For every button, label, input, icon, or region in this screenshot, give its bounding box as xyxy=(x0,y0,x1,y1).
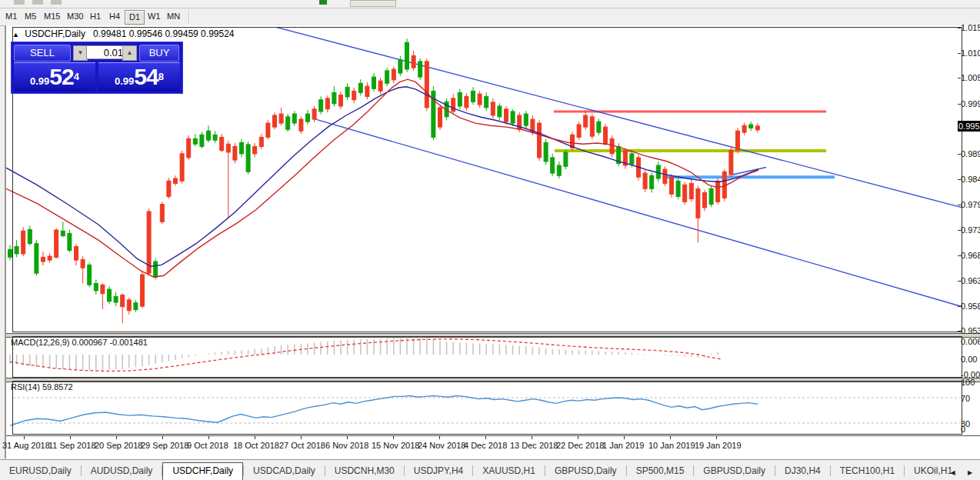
candle xyxy=(676,178,680,199)
candle xyxy=(358,79,362,95)
candle xyxy=(213,131,217,143)
timeframe-button-mn[interactable]: MN xyxy=(163,10,184,23)
tab-tech100-h1[interactable]: TECH100,H1 xyxy=(831,463,904,478)
tab-usdchf-daily[interactable]: USDCHF,Daily xyxy=(162,462,243,480)
timeframe-button-m30[interactable]: M30 xyxy=(63,10,87,23)
channel-top[interactable] xyxy=(272,27,962,208)
date-label: 4 Dec 2018 xyxy=(464,441,507,450)
timeframe-button-h1[interactable]: H1 xyxy=(86,10,105,23)
candle xyxy=(604,124,608,145)
candle xyxy=(180,151,184,183)
candle xyxy=(200,132,204,148)
tab-scroll-right-icon[interactable]: ▶ xyxy=(963,467,977,479)
candle xyxy=(564,149,568,169)
candle xyxy=(253,143,257,157)
candle xyxy=(385,68,389,86)
price-tick-label: 0.98950 xyxy=(961,149,980,158)
tab-gbpusd-daily[interactable]: GBPUSD,Daily xyxy=(545,463,626,478)
macd-panel-canvas[interactable] xyxy=(6,336,980,378)
candle xyxy=(544,139,548,165)
candle xyxy=(438,105,442,130)
candle xyxy=(108,286,112,304)
tab-sp500-m15[interactable]: SP500,M15 xyxy=(627,463,694,478)
price-tick-label: 0.98425 xyxy=(961,175,980,184)
buy-button[interactable]: BUY xyxy=(139,45,179,62)
candle xyxy=(193,134,197,146)
candle xyxy=(742,122,746,135)
candle xyxy=(597,118,601,135)
timeframe-button-m1[interactable]: M1 xyxy=(2,10,21,23)
date-tick xyxy=(70,436,71,439)
toolbar-box-fragment xyxy=(350,0,396,7)
candle xyxy=(226,141,230,218)
tab-xauusd-h1[interactable]: XAUUSD,H1 xyxy=(473,463,545,478)
tab-audusd-daily[interactable]: AUDUSD,Daily xyxy=(82,463,162,478)
tab-usdcad-daily[interactable]: USDCAD,Daily xyxy=(244,463,325,478)
rsi-panel-canvas[interactable] xyxy=(6,381,980,435)
current-price-badge: 0.99524 xyxy=(958,121,980,132)
tab-usdcnh-m30[interactable]: USDCNH,M30 xyxy=(325,463,404,478)
date-tick xyxy=(393,436,394,439)
clipped-toolbar-strip xyxy=(0,0,980,8)
tab-dj30-h4[interactable]: DJ30,H4 xyxy=(775,463,830,478)
candle xyxy=(505,106,508,125)
rsi-axis-label: 0 xyxy=(961,425,965,434)
candle xyxy=(292,111,296,126)
tab-eurusd-daily[interactable]: EURUSD,Daily xyxy=(0,463,81,478)
candle xyxy=(425,58,428,111)
date-label: 20 Sep 2018 xyxy=(95,441,142,450)
candle xyxy=(709,186,713,208)
tab-usdjpy-h4[interactable]: USDJPY,H4 xyxy=(405,463,472,478)
candle xyxy=(755,123,759,133)
chart-tab-bar: EURUSD,DailyAUDUSD,DailyUSDCHF,DailyUSDC… xyxy=(0,459,980,480)
candle xyxy=(68,229,72,252)
timeframe-toolbar: M1M5M15M30H1H4D1W1MN xyxy=(0,8,980,26)
timeframe-button-h4[interactable]: H4 xyxy=(105,10,124,23)
timeframe-button-m15[interactable]: M15 xyxy=(40,10,64,23)
candle xyxy=(187,135,191,160)
channel-bottom[interactable] xyxy=(314,118,962,306)
candle xyxy=(88,262,92,287)
candle xyxy=(299,116,303,134)
tab-scroll-left-icon[interactable]: ◀ xyxy=(946,467,960,479)
candle xyxy=(28,225,32,245)
date-tick xyxy=(208,436,209,439)
date-tick xyxy=(532,436,532,439)
candle xyxy=(418,58,422,80)
candle xyxy=(696,186,700,243)
candle xyxy=(174,175,178,185)
lot-size-input[interactable] xyxy=(86,45,125,59)
lot-increase-button[interactable]: ▲ xyxy=(122,45,137,61)
collapse-icon[interactable]: ▲ xyxy=(12,31,19,38)
candle xyxy=(452,94,455,115)
price-tick-label: 0.95815 xyxy=(961,302,980,311)
candle xyxy=(240,139,244,157)
sell-price-button[interactable]: 0.99524 xyxy=(14,62,95,92)
candle xyxy=(405,38,409,72)
candle xyxy=(703,190,707,212)
date-tick xyxy=(301,436,302,439)
candle xyxy=(345,83,349,99)
candle xyxy=(465,93,468,111)
candle xyxy=(319,96,323,114)
date-label: 27 Oct 2018 xyxy=(279,441,325,450)
timeframe-button-d1[interactable]: D1 xyxy=(125,10,145,25)
sell-button[interactable]: SELL xyxy=(14,45,71,62)
buy-price-prefix: 0.99 xyxy=(115,75,134,87)
buy-price-button[interactable]: 0.99548 xyxy=(98,62,180,92)
date-label: 9 Oct 2018 xyxy=(187,441,228,450)
price-tick-label: 0.96865 xyxy=(961,251,980,260)
candle xyxy=(266,120,270,139)
candle xyxy=(81,256,85,283)
timeframe-button-m5[interactable]: M5 xyxy=(21,10,40,23)
price-tick-label: 1.01020 xyxy=(961,48,980,58)
candle xyxy=(478,91,482,107)
candle xyxy=(571,132,575,151)
tab-gbpusd-daily[interactable]: GBPUSD,Daily xyxy=(694,463,775,478)
candle xyxy=(498,103,502,120)
candle xyxy=(15,240,18,257)
timeframe-button-w1[interactable]: W1 xyxy=(144,10,165,23)
candle xyxy=(246,142,250,174)
symbol-title: USDCHF,Daily xyxy=(25,28,85,39)
candle xyxy=(42,252,45,265)
